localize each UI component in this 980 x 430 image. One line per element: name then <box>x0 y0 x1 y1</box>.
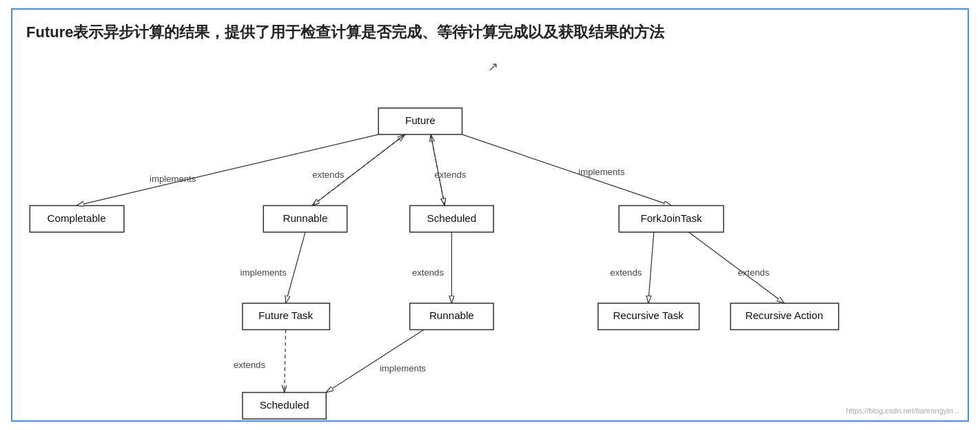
runnablescheduled-scheduled-label: implements <box>380 363 427 373</box>
runnablescheduled-scheduled-line <box>326 329 424 392</box>
forkjointask-recursivetask-label: extends <box>610 267 642 278</box>
runnable-label: Runnable <box>283 212 327 224</box>
scheduled-label: Scheduled <box>427 212 477 224</box>
runnable-futuretask-line <box>286 232 305 303</box>
future-runnable-label: extends <box>312 170 344 180</box>
runnable-futuretask-label: implements <box>241 267 287 278</box>
futuretask-scheduled-label: extends <box>234 360 265 370</box>
future-forkjointask-line <box>462 134 672 205</box>
recursivetask-label: Recursive Task <box>613 309 684 321</box>
scheduledbottom-label: Scheduled <box>260 399 309 411</box>
forkjointask-recursiveaction-label: extends <box>737 267 769 278</box>
forkjointask-recursivetask-line <box>649 232 654 303</box>
future-forkjointask-label: implements <box>578 167 625 177</box>
recursiveaction-label: Recursive Action <box>745 309 823 321</box>
forkjointask-label: ForkJoinTask <box>640 212 702 224</box>
main-container: Future表示异步计算的结果，提供了用于检查计算是否完成、等待计算完成以及获取… <box>11 8 969 422</box>
runnablescheduled-label: Runnable <box>429 309 474 321</box>
future-label: Future <box>405 114 436 126</box>
page-title: Future表示异步计算的结果，提供了用于检查计算是否完成、等待计算完成以及获取… <box>19 17 961 43</box>
forkjointask-recursiveaction-line <box>688 232 784 303</box>
futuretask-scheduled-line <box>285 329 286 392</box>
diagram-area: Future Completable Runnable Scheduled Fo… <box>12 65 968 420</box>
scheduled-runnable-label: extends <box>412 267 444 278</box>
watermark: https://blog.csdn.net/tianrongyin... <box>846 407 960 415</box>
futuretask-label: Future Task <box>258 309 313 321</box>
class-diagram: Future Completable Runnable Scheduled Fo… <box>12 65 968 420</box>
future-completable-label: implements <box>150 174 196 184</box>
completable-label: Completable <box>48 212 106 224</box>
